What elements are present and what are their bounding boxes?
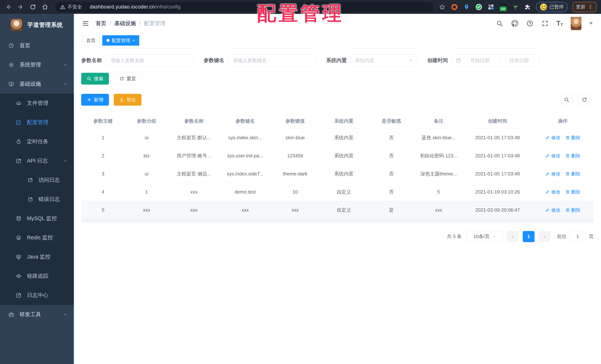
hamburger-icon[interactable]: [82, 20, 89, 27]
sidebar-item-infra[interactable]: 基础设施: [0, 74, 74, 94]
caret-down-icon[interactable]: [589, 22, 593, 25]
next-page-button[interactable]: ›: [539, 231, 551, 242]
edit-link[interactable]: 修改: [545, 135, 561, 141]
chevron-down-icon: [63, 312, 68, 317]
browser-back-icon[interactable]: [4, 3, 12, 11]
page-size-select[interactable]: 10条/页: [467, 231, 503, 242]
config-table: 参数主键 参数分组 参数名称 参数键名 参数键值 系统内置 是否敏感 备注 创建…: [81, 114, 594, 219]
delete-link[interactable]: 删除: [565, 207, 581, 213]
gear-icon: [9, 62, 14, 68]
delete-link[interactable]: 删除: [565, 135, 581, 141]
avatar[interactable]: [571, 17, 581, 30]
extension-pin-icon[interactable]: [463, 3, 470, 11]
sidebar-item-java-monitor[interactable]: Java 监控: [0, 247, 74, 266]
pagination: 共 5 条 10条/页 ‹ 1 › 前往 页: [81, 231, 594, 242]
security-label: 不安全: [68, 4, 82, 10]
sidebar-item-tracing[interactable]: 链路追踪: [0, 266, 74, 286]
extension-green-circle-icon[interactable]: [475, 3, 482, 11]
profile-paused-badge[interactable]: 已暂停: [536, 2, 568, 12]
tag-home[interactable]: 首页: [82, 35, 100, 46]
browser-reload-icon[interactable]: [29, 3, 37, 11]
system-builtin-select[interactable]: 系统内置: [351, 54, 417, 67]
add-button[interactable]: 新增: [81, 94, 109, 106]
toggle-search-icon[interactable]: [560, 93, 573, 106]
sidebar-item-access-log[interactable]: 访问日志: [0, 171, 74, 190]
calendar-icon: [456, 58, 461, 63]
timer-icon: [16, 139, 21, 144]
breadcrumb-infra[interactable]: 基础设施: [114, 20, 136, 27]
system-builtin-label: 系统内置: [326, 57, 347, 64]
sidebar-item-label: Java 监控: [27, 253, 50, 261]
edit-link[interactable]: 修改: [545, 153, 561, 159]
create-time-label: 创建时间: [427, 57, 448, 64]
font-size-icon[interactable]: TT: [557, 20, 563, 27]
edit-link[interactable]: 修改: [545, 207, 561, 213]
java-monitor-icon: [16, 254, 21, 260]
breadcrumb-home[interactable]: 首页: [96, 20, 106, 27]
extension-grid-icon[interactable]: [487, 3, 495, 11]
sidebar-item-label: 研发工具: [20, 311, 41, 318]
sidebar-item-api-log[interactable]: API 日志: [0, 151, 74, 171]
delete-link[interactable]: 删除: [565, 171, 581, 177]
github-icon[interactable]: [511, 20, 519, 27]
sidebar-item-scheduled-jobs[interactable]: 定时任务: [0, 132, 74, 151]
close-icon[interactable]: ×: [132, 38, 135, 43]
address-bar[interactable]: 不安全 dashboard.yudao.iocoder.cn /infra/co…: [55, 2, 434, 12]
sidebar-item-home[interactable]: 首页: [0, 36, 74, 55]
prev-page-button[interactable]: ‹: [507, 231, 519, 242]
page-unit-label: 页: [589, 233, 594, 240]
browser-menu-dots-icon[interactable]: ⋮: [588, 4, 593, 10]
col-actions: 操作: [532, 114, 594, 129]
log-edit-icon: [16, 158, 21, 164]
extension-sprout-icon[interactable]: [512, 3, 519, 11]
browser-update-button[interactable]: 更新 ⋮: [572, 2, 597, 12]
extensions-puzzle-icon[interactable]: [524, 3, 531, 11]
sidebar-item-config-management[interactable]: 配置管理: [0, 113, 74, 132]
search-button[interactable]: 搜索: [81, 73, 109, 85]
date-range-picker[interactable]: 开始日期 - 结束日期: [452, 54, 539, 67]
param-name-label: 参数名称: [81, 57, 102, 64]
sidebar-item-file-management[interactable]: 文件管理: [0, 94, 74, 113]
bookmark-star-icon[interactable]: [439, 3, 446, 11]
tag-config-management[interactable]: 配置管理 ×: [102, 35, 139, 46]
edit-square-icon: [16, 120, 21, 125]
reset-button[interactable]: 重置: [114, 73, 142, 85]
table-header-row: 参数主键 参数分组 参数名称 参数键名 参数键值 系统内置 是否敏感 备注 创建…: [81, 114, 594, 129]
browser-forward-icon[interactable]: [17, 3, 25, 11]
extension-cn-translate-icon[interactable]: cn: [500, 3, 507, 11]
sidebar-item-error-log[interactable]: 错误日志: [0, 190, 74, 209]
tags-view: 首页 配置管理 ×: [74, 33, 601, 48]
breadcrumb-separator: /: [110, 20, 111, 26]
edit-link[interactable]: 修改: [545, 171, 561, 177]
param-name-input[interactable]: [106, 54, 194, 67]
edit-link[interactable]: 修改: [545, 189, 561, 195]
col-system-builtin: 系统内置: [320, 114, 368, 129]
goto-page-input[interactable]: [570, 231, 586, 242]
end-date-placeholder: 结束日期: [503, 57, 535, 64]
filter-form: 参数名称 参数键名 系统内置 系统内置 创建时间 开始日期 - 结束日期: [81, 54, 594, 67]
sidebar-item-mysql-monitor[interactable]: MySQL 监控: [0, 209, 74, 228]
sidebar-logo[interactable]: 芋道管理系统: [0, 14, 74, 36]
search-actions: 搜索 重置: [81, 73, 594, 85]
filter-param-name: 参数名称: [81, 54, 194, 67]
delete-link[interactable]: 删除: [565, 153, 581, 159]
sidebar-item-redis-monitor[interactable]: Redis 监控: [0, 228, 74, 247]
delete-link[interactable]: 删除: [565, 189, 581, 195]
extension-orange-ring-icon[interactable]: [451, 3, 458, 11]
param-key-input[interactable]: [228, 54, 316, 67]
sidebar-item-log-center[interactable]: 日志中心: [0, 286, 74, 305]
table-row: 1ui 主框架页-默认...sys.index.skin... skin-blu…: [81, 129, 594, 147]
refresh-icon[interactable]: [578, 93, 591, 106]
help-icon[interactable]: [526, 20, 534, 27]
chevron-down-icon: [492, 235, 496, 238]
fullscreen-icon[interactable]: [541, 20, 549, 27]
sidebar-item-label: API 日志: [27, 157, 48, 164]
chevron-up-icon: [63, 159, 68, 163]
breadcrumb: 首页 / 基础设施 / 配置管理: [96, 20, 165, 27]
search-icon[interactable]: [496, 20, 503, 27]
browser-home-icon[interactable]: [41, 3, 49, 11]
sidebar-item-system[interactable]: 系统管理: [0, 55, 74, 74]
current-page-button[interactable]: 1: [523, 231, 534, 242]
export-button[interactable]: 导出: [114, 94, 141, 106]
sidebar-item-dev-tools[interactable]: 研发工具: [0, 305, 74, 324]
